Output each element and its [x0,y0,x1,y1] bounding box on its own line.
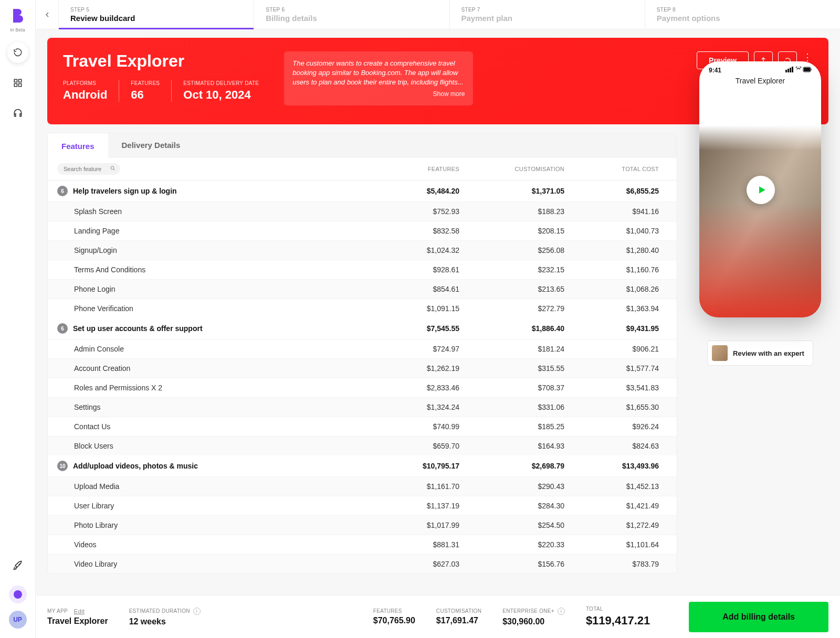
step-review-buildcard[interactable]: STEP 5Review buildcard [59,0,254,29]
rocket-icon[interactable] [7,555,28,576]
phone-preview: 9:41 Travel Explorer [699,61,821,317]
feature-row[interactable]: Roles and Permissions X 2 $2,833.46 $708… [48,378,677,397]
info-icon[interactable]: i [558,608,565,615]
project-description: The customer wants to create a comprehen… [284,51,473,105]
features-table-card: Features Delivery Details FEATURES CUSTO… [47,133,677,574]
expert-avatar [712,345,728,361]
svg-rect-0 [14,79,17,82]
footer-features-label: FEATURES [373,608,415,614]
info-icon[interactable]: i [193,608,201,615]
feature-row[interactable]: Account Creation $1,262.19 $315.55 $1,57… [48,358,677,378]
user-avatar[interactable]: UP [9,611,27,629]
feature-row[interactable]: Contact Us $740.99 $185.25 $926.24 [48,417,677,436]
review-with-expert-button[interactable]: Review with an expert [707,341,813,366]
phone-time: 9:41 [709,67,721,75]
svg-rect-10 [804,68,810,71]
feature-row[interactable]: Photo Library $1,017.99 $254.50 $1,272.4… [48,515,677,535]
step-payment-plan[interactable]: STEP 7Payment plan [450,0,645,29]
feature-row[interactable]: Block Users $659.70 $164.93 $824.63 [48,436,677,455]
footer-cust-label: CUSTOMISATION [436,608,481,614]
footer-bar: MY APPEdit Travel Explorer ESTIMATED DUR… [36,595,840,638]
col-total: TOTAL COST [564,166,659,172]
search-icon [110,165,116,173]
step-payment-options[interactable]: STEP 8Payment options [645,0,840,29]
footer-ent-value: $30,960.00 [502,617,565,626]
tab-delivery-details[interactable]: Delivery Details [108,133,194,158]
feature-group[interactable]: 6 Set up user accounts & offer support $… [48,318,677,339]
step-billing-details[interactable]: STEP 6Billing details [254,0,449,29]
beta-label: In Beta [10,27,25,33]
features-label: FEATURES [131,80,160,86]
svg-rect-8 [792,67,793,72]
phone-status-icons [785,67,812,75]
status-indicator[interactable] [9,586,27,603]
feature-row[interactable]: Phone Verification $1,091.15 $272.79 $1,… [48,299,677,318]
show-more-link[interactable]: Show more [292,90,465,99]
feature-group[interactable]: 10 Add/upload videos, photos & music $10… [48,455,677,476]
feature-row[interactable]: Videos $881.31 $220.33 $1,101.64 [48,535,677,554]
svg-rect-2 [14,84,17,87]
svg-rect-1 [18,79,21,82]
search-feature-input[interactable] [57,163,120,175]
platforms-label: PLATFORMS [63,80,107,86]
project-title: Travel Explorer [63,51,259,71]
undo-button[interactable] [7,42,28,63]
grid-icon[interactable] [7,72,28,93]
duration-value: 12 weeks [129,617,201,626]
feature-row[interactable]: Upload Media $1,161.70 $290.43 $1,452.13 [48,476,677,496]
feature-row[interactable]: Splash Screen $752.93 $188.23 $941.16 [48,201,677,221]
svg-rect-5 [785,70,787,72]
count-badge: 6 [57,323,68,334]
svg-rect-7 [790,68,791,72]
tab-features[interactable]: Features [48,133,108,158]
footer-cust-value: $17,691.47 [436,616,481,625]
feature-row[interactable]: Terms And Conditions $928.61 $232.15 $1,… [48,260,677,279]
col-customisation: CUSTOMISATION [459,166,564,172]
count-badge: 10 [57,461,68,471]
feature-row[interactable]: Phone Login $854.61 $213.65 $1,068.26 [48,279,677,299]
feature-row[interactable]: User Library $1,137.19 $284.30 $1,421.49 [48,496,677,515]
features-value: 66 [131,88,160,102]
feature-group[interactable]: 6 Help travelers sign up & login $5,484.… [48,180,677,201]
svg-rect-11 [811,69,812,70]
sidebar: In Beta UP [0,0,36,638]
play-button[interactable] [747,176,775,204]
svg-rect-3 [18,84,21,87]
footer-features-value: $70,765.90 [373,616,415,625]
delivery-label: ESTIMATED DELIVERY DATE [183,80,259,86]
col-features: FEATURES [365,166,459,172]
logo [8,6,27,25]
feature-row[interactable]: Landing Page $832.58 $208.15 $1,040.73 [48,221,677,240]
svg-point-4 [111,166,114,169]
footer-ent-label: ENTERPRISE ONE+ [502,608,554,614]
delivery-value: Oct 10, 2024 [183,88,259,102]
feature-row[interactable]: Settings $1,324.24 $331.06 $1,655.30 [48,397,677,417]
duration-label: ESTIMATED DURATION [129,608,190,614]
footer-total-value: $119,417.21 [586,614,650,628]
platforms-value: Android [63,88,107,102]
count-badge: 6 [57,186,68,196]
svg-rect-6 [788,69,789,72]
myapp-label: MY APP [47,608,68,614]
footer-total-label: TOTAL [586,606,650,612]
myapp-value: Travel Explorer [47,616,108,626]
steps-nav: STEP 5Review buildcardSTEP 6Billing deta… [36,0,840,29]
add-billing-details-button[interactable]: Add billing details [689,602,828,632]
phone-hero-image [699,109,821,317]
feature-row[interactable]: Admin Console $724.97 $181.24 $906.21 [48,339,677,358]
edit-app-link[interactable]: Edit [74,608,85,614]
feature-row[interactable]: Signup/Login $1,024.32 $256.08 $1,280.40 [48,240,677,260]
back-button[interactable] [36,0,59,29]
feature-row[interactable]: Video Library $627.03 $156.76 $783.79 [48,554,677,573]
headset-icon[interactable] [7,103,28,124]
phone-app-title: Travel Explorer [699,77,821,85]
